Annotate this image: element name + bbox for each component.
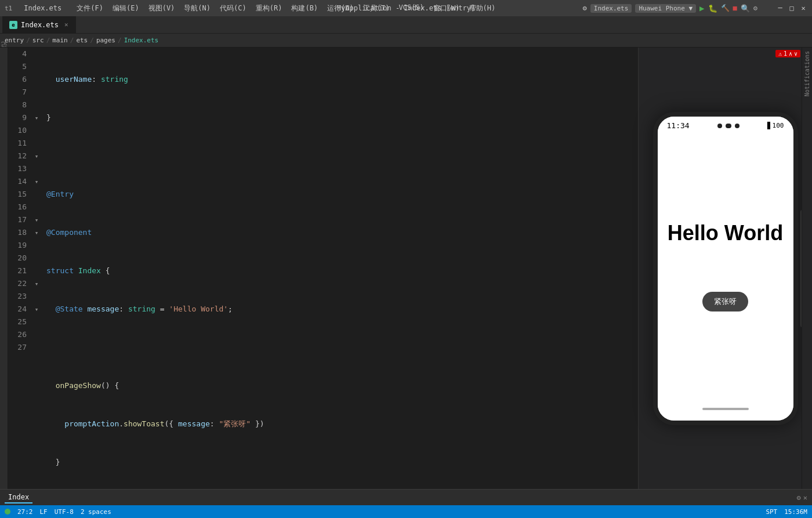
breadcrumb-ets[interactable]: ets — [76, 37, 88, 44]
phone-toast-button[interactable]: 紧张呀 — [702, 292, 748, 311]
phone-sensor — [726, 124, 731, 128]
phone-status-bar: 11:34 ▊ 100 — [658, 117, 793, 135]
editor-tab-index-ets[interactable]: e Index.ets ✕ — [2, 16, 76, 34]
window-controls: ⚙ Index.ets Huawei Phone ▼ ▶ 🐛 🔨 ■ 🔍 ⚙ ─… — [583, 3, 807, 13]
menu-build[interactable]: 构建(B) — [288, 2, 321, 15]
code-line-13: promptAction.showToast({ message: "紧张呀" … — [46, 418, 638, 430]
chevron-down-icon: ∨ — [794, 50, 798, 57]
phone-camera-dot2 — [735, 124, 740, 128]
status-time: 15:36M — [784, 508, 807, 516]
code-line-6 — [46, 150, 638, 162]
entry-dropdown[interactable]: Index.ets — [590, 4, 632, 13]
fold-btn-12[interactable]: ▾ — [35, 153, 39, 160]
bottom-close-icon[interactable]: ✕ — [803, 494, 807, 502]
device-dropdown[interactable]: Huawei Phone ▼ — [635, 4, 696, 13]
editor-tab-bar: e Index.ets ✕ — [0, 16, 812, 34]
line-numbers-gutter: 4 5 6 7 8 9 10 11 12 13 14 15 16 17 18 1… — [8, 48, 31, 489]
phone-home-bar — [658, 397, 793, 421]
breadcrumb-src[interactable]: src — [32, 37, 44, 44]
bottom-panel-header: Index ⚙ ✕ — [0, 490, 812, 506]
status-cursor-position[interactable]: 27:2 — [17, 508, 33, 516]
phone-battery-level: 100 — [773, 122, 784, 129]
phone-camera-dot — [717, 124, 722, 128]
stop-icon[interactable]: ■ — [733, 4, 737, 12]
phone-preview-panel: 11:34 ▊ 100 Hello World 紧张呀 — [638, 48, 812, 489]
breadcrumb-main[interactable]: main — [52, 37, 68, 44]
phone-time: 11:34 — [667, 121, 690, 130]
code-line-14: } — [46, 456, 638, 469]
fold-btn-9[interactable]: ▾ — [35, 114, 39, 122]
status-green-indicator — [5, 509, 10, 515]
status-indent[interactable]: 2 spaces — [81, 508, 111, 516]
settings-icon[interactable]: ⚙ — [583, 4, 587, 12]
menu-refactor[interactable]: 重构(R) — [252, 2, 286, 15]
menu-edit[interactable]: 编辑(E) — [109, 2, 143, 15]
status-bar-right: SPT 15:36M — [766, 508, 807, 516]
fold-btn-14[interactable]: ▾ — [35, 178, 39, 186]
error-badge[interactable]: ⚠ 1 ∧ ∨ — [775, 50, 800, 57]
phone-hello-text: Hello World — [668, 221, 783, 245]
phone-battery: ▊ 100 — [767, 122, 784, 129]
menu-code[interactable]: 代码(C) — [216, 2, 250, 15]
code-content[interactable]: userName: string } @Entry @Component str… — [42, 48, 638, 489]
breadcrumb-pages[interactable]: pages — [96, 37, 115, 44]
warning-icon: ⚠ — [778, 50, 782, 57]
phone-frame: 11:34 ▊ 100 Hello World 紧张呀 — [653, 112, 798, 425]
bottom-tab-index[interactable]: Index — [5, 492, 32, 503]
fold-btn-18[interactable]: ▾ — [35, 229, 39, 237]
status-line-ending[interactable]: LF — [40, 508, 48, 516]
code-line-4: userName: string — [46, 73, 638, 86]
fold-gutter: ▾ ▾ ▾ ▾ ▾ ▾ ▾ — [31, 48, 42, 489]
menu-nav[interactable]: 导航(N) — [180, 2, 214, 15]
breadcrumb-entry[interactable]: entry — [5, 37, 24, 44]
left-activity-bar: 记 — [0, 48, 8, 489]
status-build-label: SPT — [766, 508, 777, 516]
error-count: 1 — [784, 50, 787, 57]
code-line-8: @Component — [46, 226, 638, 239]
close-button[interactable]: ✕ — [799, 4, 807, 12]
menu-view[interactable]: 视图(V) — [145, 2, 179, 15]
window-title: MyApplication - Index.ets [entry] — [337, 4, 475, 12]
status-encoding[interactable]: UTF-8 — [55, 508, 74, 516]
bottom-settings-icon[interactable]: ⚙ — [797, 494, 801, 502]
breadcrumb: entry / src / main / ets / pages / Index… — [0, 34, 812, 48]
build-icon[interactable]: 🔨 — [721, 4, 730, 12]
status-bar: 27:2 LF UTF-8 2 spaces SPT 15:36M — [0, 505, 812, 518]
debug-icon[interactable]: 🐛 — [708, 4, 717, 13]
code-editor[interactable]: 4 5 6 7 8 9 10 11 12 13 14 15 16 17 18 1… — [8, 48, 638, 489]
code-line-9: struct Index { — [46, 265, 638, 277]
run-btn-icon[interactable]: ▶ — [699, 3, 704, 13]
menu-file[interactable]: 文件(F) — [73, 2, 107, 15]
phone-screen: Hello World 紧张呀 — [658, 135, 793, 397]
tab-close-icon[interactable]: ✕ — [64, 21, 68, 28]
current-file-tab[interactable]: Index.ets — [19, 3, 66, 13]
maximize-button[interactable]: □ — [788, 4, 796, 12]
settings2-icon[interactable]: ⚙ — [753, 4, 757, 12]
phone-home-indicator — [702, 408, 749, 410]
minimize-button[interactable]: ─ — [776, 4, 784, 12]
status-bar-left: 27:2 LF UTF-8 2 spaces — [5, 508, 759, 516]
file-icon: e — [9, 21, 17, 29]
notifications-label: Notifications — [804, 51, 810, 96]
notifications-panel: Notifications — [802, 48, 812, 489]
fold-btn-22[interactable]: ▾ — [35, 280, 39, 288]
phone-signal-icon: ▊ — [767, 122, 771, 129]
breadcrumb-file[interactable]: Index.ets — [124, 37, 159, 44]
phone-notch — [717, 124, 740, 128]
tab-label: Index.ets — [21, 21, 59, 29]
title-bar: t1 Index.ets 文件(F) 编辑(E) 视图(V) 导航(N) 代码(… — [0, 0, 812, 16]
code-line-7: @Entry — [46, 188, 638, 201]
code-line-11 — [46, 341, 638, 354]
fold-btn-17[interactable]: ▾ — [35, 216, 39, 224]
fold-btn-24[interactable]: ▾ — [35, 306, 39, 313]
code-line-5: } — [46, 111, 638, 124]
code-line-10: @State message: string = 'Hello World'; — [46, 303, 638, 316]
code-line-12: onPageShow() { — [46, 379, 638, 392]
search-icon[interactable]: 🔍 — [741, 4, 750, 13]
app-label: t1 — [5, 5, 12, 12]
chevron-up-icon: ∧ — [789, 50, 792, 57]
